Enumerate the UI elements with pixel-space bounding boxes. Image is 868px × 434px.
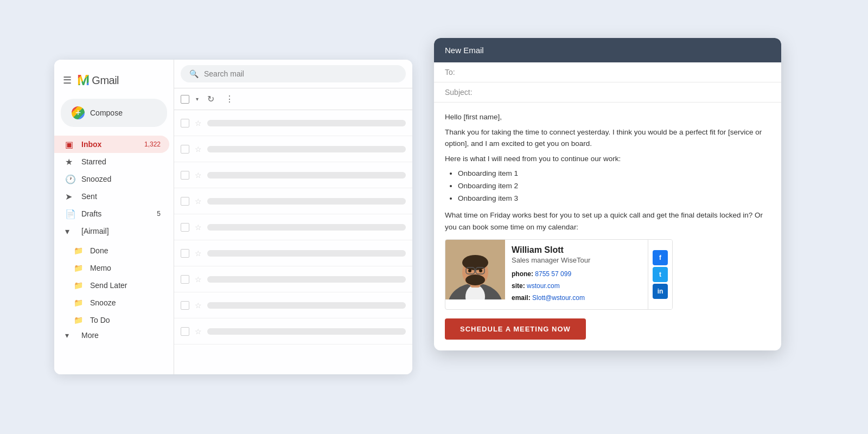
to-field[interactable]: To: — [434, 62, 781, 82]
star-icon[interactable]: ☆ — [195, 301, 202, 310]
email-preview-bar — [207, 250, 406, 257]
email-checkbox[interactable] — [181, 223, 189, 232]
sig-email: email: Slott@wstour.com — [512, 292, 641, 304]
email-checkbox[interactable] — [181, 145, 189, 154]
table-row[interactable]: ☆ — [174, 240, 412, 266]
linkedin-button[interactable]: in — [653, 284, 668, 299]
list-item: Onboarding item 1 — [458, 168, 770, 180]
twitter-button[interactable]: t — [653, 267, 668, 282]
sidebar-item-starred[interactable]: ★ Starred — [54, 153, 169, 170]
star-icon[interactable]: ☆ — [195, 249, 202, 258]
email-preview-bar — [207, 276, 406, 283]
star-icon[interactable]: ☆ — [195, 223, 202, 232]
search-input[interactable] — [204, 69, 397, 78]
email-checkbox[interactable] — [181, 171, 189, 180]
site-value: wstour.com — [527, 282, 560, 290]
sidebar-item-inbox[interactable]: ▣ Inbox 1,322 — [54, 136, 169, 153]
snoozed-icon: 🕐 — [65, 174, 76, 184]
social-buttons: f t in — [648, 240, 672, 309]
star-icon[interactable]: ☆ — [195, 171, 202, 180]
email-checkbox[interactable] — [181, 197, 189, 206]
email-checkbox[interactable] — [181, 275, 189, 284]
more-options-button[interactable]: ⋮ — [223, 92, 236, 106]
greeting-text: Hello [first name], — [445, 111, 770, 123]
gmail-text: Gmail — [92, 74, 119, 87]
sidebar-item-done[interactable]: 📁 Done — [54, 242, 169, 259]
schedule-meeting-button[interactable]: SCHEDULE A MEETING NOW — [445, 318, 586, 340]
mail-toolbar: ▾ ↻ ⋮ — [174, 88, 412, 110]
new-email-title: New Email — [445, 46, 484, 55]
star-icon[interactable]: ☆ — [195, 275, 202, 284]
dropdown-arrow-icon[interactable]: ▾ — [196, 96, 199, 102]
star-icon[interactable]: ☆ — [195, 119, 202, 127]
signature-info: William Slott Sales manager WiseTour pho… — [505, 240, 648, 309]
airmail-chevron-icon: ▾ — [65, 226, 76, 237]
sidebar-item-send-later[interactable]: 📁 Send Later — [54, 277, 169, 294]
sidebar-item-memo[interactable]: 📁 Memo — [54, 259, 169, 277]
body-line3: What time on Friday works best for you t… — [445, 209, 770, 233]
sidebar-item-drafts[interactable]: 📄 Drafts 5 — [54, 205, 169, 222]
inbox-icon: ▣ — [65, 139, 76, 150]
drafts-badge: 5 — [157, 210, 161, 218]
facebook-button[interactable]: f — [653, 250, 668, 265]
table-row[interactable]: ☆ — [174, 110, 412, 136]
compose-plus-icon: + — [72, 106, 85, 119]
table-row[interactable]: ☆ — [174, 318, 412, 344]
sig-contact: phone: 8755 57 099 site: wstour.com emai… — [512, 269, 641, 304]
table-row[interactable]: ☆ — [174, 162, 412, 188]
gmail-header: ☰ M Gmail — [54, 68, 174, 99]
site-label: site: — [512, 282, 525, 290]
phone-value: 8755 57 099 — [535, 270, 571, 278]
sig-name: William Slott — [512, 245, 641, 255]
email-checkbox[interactable] — [181, 119, 189, 127]
sidebar-item-snoozed[interactable]: 🕐 Snoozed — [54, 170, 169, 188]
star-icon[interactable]: ☆ — [195, 197, 202, 206]
gmail-main-panel: 🔍 ▾ ↻ ⋮ ☆ ☆ ☆ — [174, 60, 412, 374]
email-checkbox[interactable] — [181, 327, 189, 336]
body-line1: Thank you for taking the time to connect… — [445, 126, 770, 150]
table-row[interactable]: ☆ — [174, 214, 412, 240]
refresh-button[interactable]: ↻ — [205, 92, 216, 106]
table-row[interactable]: ☆ — [174, 266, 412, 292]
avatar-image — [445, 240, 505, 299]
memo-label: Memo — [90, 264, 161, 272]
sig-phone: phone: 8755 57 099 — [512, 269, 641, 280]
to-label: To: — [445, 68, 455, 76]
onboarding-list: Onboarding item 1 Onboarding item 2 Onbo… — [445, 168, 770, 205]
drafts-label: Drafts — [81, 209, 157, 218]
phone-label: phone: — [512, 270, 533, 278]
table-row[interactable]: ☆ — [174, 136, 412, 162]
sent-label: Sent — [81, 192, 161, 201]
facebook-icon: f — [659, 254, 661, 261]
sidebar-item-snooze[interactable]: 📁 Snooze — [54, 294, 169, 311]
svg-point-8 — [479, 269, 482, 272]
todo-label: To Do — [90, 316, 161, 324]
sent-icon: ➤ — [65, 192, 76, 202]
hamburger-icon[interactable]: ☰ — [63, 74, 72, 86]
select-all-checkbox[interactable] — [181, 95, 189, 104]
star-icon[interactable]: ☆ — [195, 145, 202, 154]
send-later-folder-icon: 📁 — [74, 281, 85, 290]
done-label: Done — [90, 246, 161, 255]
svg-point-5 — [462, 255, 488, 270]
sidebar-item-airmail[interactable]: ▾ [Airmail] — [54, 222, 169, 240]
star-icon[interactable]: ☆ — [195, 327, 202, 336]
gmail-search-toolbar: 🔍 — [174, 60, 412, 88]
svg-point-6 — [465, 275, 485, 285]
snooze-label: Snooze — [90, 298, 161, 307]
sidebar-item-sent[interactable]: ➤ Sent — [54, 188, 169, 205]
new-email-window: New Email To: Subject: Hello [first name… — [434, 38, 781, 350]
sidebar-item-more[interactable]: ▾ More — [54, 329, 174, 342]
compose-button[interactable]: + Compose — [61, 99, 167, 127]
email-preview-bar — [207, 302, 406, 309]
subject-field[interactable]: Subject: — [434, 82, 781, 103]
search-bar[interactable]: 🔍 — [181, 65, 406, 82]
email-checkbox[interactable] — [181, 301, 189, 310]
sidebar-item-todo[interactable]: 📁 To Do — [54, 311, 169, 329]
list-item: Onboarding item 2 — [458, 180, 770, 193]
email-checkbox[interactable] — [181, 249, 189, 258]
table-row[interactable]: ☆ — [174, 292, 412, 318]
email-preview-bar — [207, 146, 406, 152]
more-chevron-icon: ▾ — [65, 331, 76, 340]
table-row[interactable]: ☆ — [174, 188, 412, 214]
